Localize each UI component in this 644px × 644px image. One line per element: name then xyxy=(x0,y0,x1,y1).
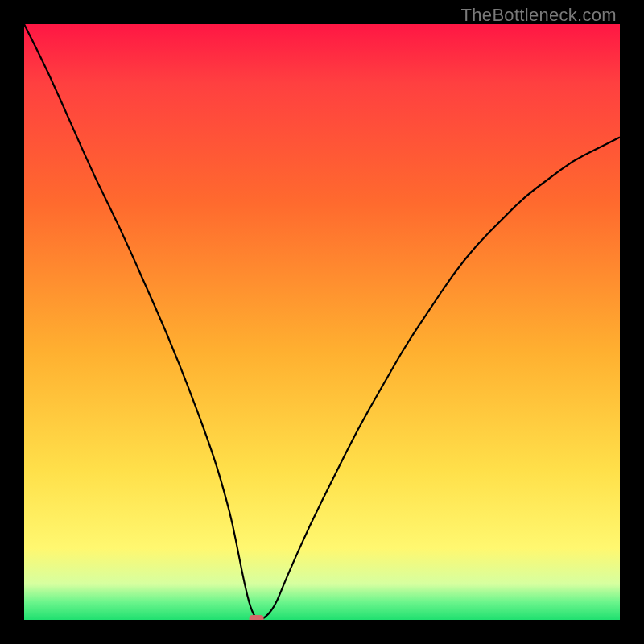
bottleneck-curve xyxy=(24,24,620,620)
chart-frame: TheBottleneck.com xyxy=(0,0,644,644)
curve-overlay xyxy=(24,24,620,620)
plot-area xyxy=(24,24,620,620)
watermark-text: TheBottleneck.com xyxy=(461,5,617,26)
curve-minimum-marker xyxy=(250,615,264,620)
